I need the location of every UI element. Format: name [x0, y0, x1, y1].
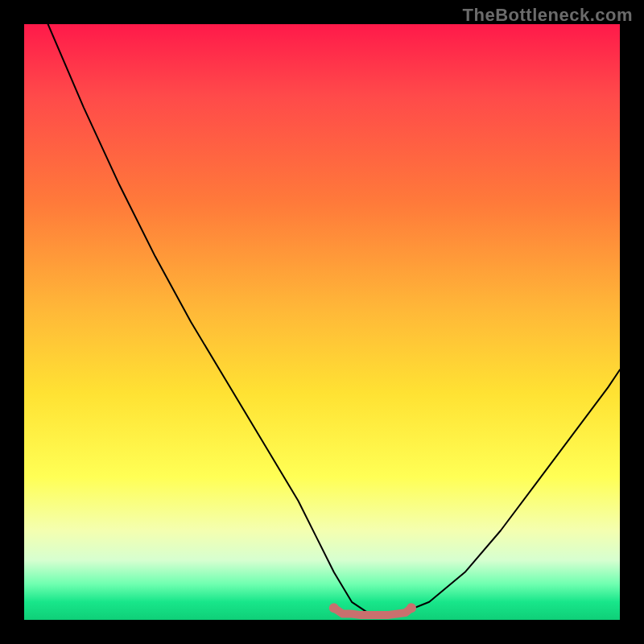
marker-flat-right-dot	[407, 603, 416, 613]
series-bottleneck-curve	[48, 24, 620, 614]
series-group	[48, 24, 620, 615]
chart-frame: TheBottleneck.com	[0, 0, 644, 644]
marker-flat-left-dot	[329, 603, 339, 613]
series-flat-bottom-marker	[334, 608, 411, 615]
watermark-text: TheBottleneck.com	[463, 5, 633, 26]
curve-svg	[24, 24, 620, 620]
plot-area	[24, 24, 620, 620]
